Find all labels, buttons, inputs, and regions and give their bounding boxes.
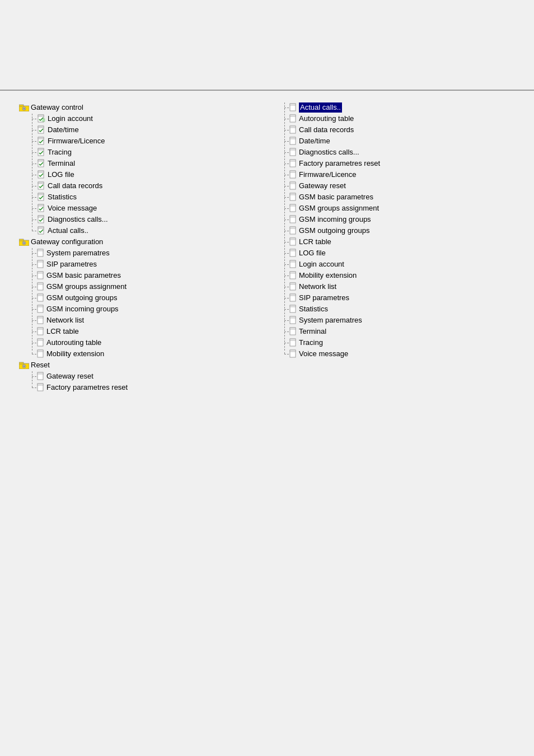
gsm-basic-label: GSM basic parametres — [46, 270, 121, 281]
terminal-label: Terminal — [48, 158, 75, 169]
connector-icon — [280, 248, 289, 258]
tree-item-call-data-records[interactable]: Call data records — [17, 180, 256, 192]
tracing-label: Tracing — [48, 147, 72, 157]
list-item-log-file[interactable]: LOG file — [278, 248, 517, 259]
connector-icon — [28, 371, 37, 381]
autorouting-table-list-label: Autorouting table — [299, 114, 354, 124]
factory-reset-label: Factory parametres reset — [46, 382, 128, 393]
list-item-gsm-groups-assignment[interactable]: GSM groups assignment — [278, 203, 517, 214]
gsm-outgoing-groups-list-label: GSM outgoing groups — [299, 226, 369, 236]
checked-doc-icon — [37, 114, 46, 123]
list-item-lcr-table[interactable]: LCR table — [278, 236, 517, 248]
tree-item-login-account[interactable]: Login account — [17, 113, 256, 124]
list-item-voice-message[interactable]: Voice message — [278, 348, 517, 360]
connector-icon — [28, 315, 37, 325]
tree-item-sip-parametres[interactable]: SIP parametres — [17, 259, 256, 270]
doc-icon — [289, 327, 297, 336]
list-item-gsm-outgoing-groups[interactable]: GSM outgoing groups — [278, 225, 517, 236]
tree-item-log-file[interactable]: LOG file — [17, 169, 256, 180]
main-content: Gateway control Login account — [0, 91, 534, 404]
tree-item-terminal[interactable]: Terminal — [17, 158, 256, 169]
list-item-sip-parametres[interactable]: SIP parametres — [278, 292, 517, 304]
log-file-label: LOG file — [48, 170, 74, 180]
list-item-firmware[interactable]: Firmware/Licence — [278, 169, 517, 180]
tree-item-reset[interactable]: Reset — [17, 360, 256, 371]
gateway-config-label: Gateway configuration — [31, 237, 103, 247]
svg-rect-60 — [290, 104, 296, 105]
list-item-system-parematres[interactable]: System parematres — [278, 315, 517, 326]
tree-item-network-list[interactable]: Network list — [17, 315, 256, 326]
checked-doc-icon — [37, 181, 46, 190]
list-item-terminal[interactable]: Terminal — [278, 326, 517, 337]
connector-icon — [28, 170, 37, 180]
sip-parametres-label: SIP parametres — [46, 259, 97, 269]
svg-rect-96 — [290, 305, 296, 307]
checked-doc-icon — [37, 125, 46, 134]
tree-item-gateway-config[interactable]: Gateway configuration — [17, 236, 256, 248]
tree-item-mobility-extension[interactable]: Mobility extension — [17, 348, 256, 360]
tree-item-gsm-groups-assignment[interactable]: GSM groups assignment — [17, 281, 256, 292]
list-item-call-data-records[interactable]: Call data records — [278, 124, 517, 136]
tree-item-tracing[interactable]: Tracing — [17, 147, 256, 158]
connector-icon — [28, 382, 37, 393]
list-item-tracing[interactable]: Tracing — [278, 337, 517, 348]
list-item-actual-calls[interactable]: Actual calls.. — [278, 102, 517, 113]
checked-doc-icon — [37, 215, 46, 224]
tree-item-firmware[interactable]: Firmware/Licence — [17, 136, 256, 147]
autorouting-table-label: Autorouting table — [46, 338, 101, 348]
svg-rect-84 — [290, 238, 296, 240]
tree-item-gateway-control[interactable]: Gateway control — [17, 102, 256, 113]
list-item-network-list[interactable]: Network list — [278, 281, 517, 292]
svg-rect-42 — [38, 305, 43, 307]
doc-icon — [289, 204, 297, 213]
list-item-login-account[interactable]: Login account — [278, 259, 517, 270]
network-list-list-label: Network list — [299, 282, 336, 292]
list-item-diagnostics-calls[interactable]: Diagnostics calls... — [278, 147, 517, 158]
datetime-list-label: Date/time — [299, 136, 330, 146]
tree-item-datetime[interactable]: Date/time — [17, 124, 256, 136]
tree-item-voice-message[interactable]: Voice message — [17, 203, 256, 214]
connector-icon — [280, 226, 289, 236]
svg-rect-72 — [290, 171, 296, 172]
tree-item-autorouting-table[interactable]: Autorouting table — [17, 337, 256, 348]
doc-icon — [289, 114, 297, 123]
checked-doc-icon — [37, 204, 46, 213]
tree-panel: Gateway control Login account — [17, 102, 256, 393]
list-item-autorouting-table[interactable]: Autorouting table — [278, 113, 517, 124]
svg-rect-68 — [290, 148, 296, 150]
tree-item-lcr-table[interactable]: LCR table — [17, 326, 256, 337]
list-item-mobility-extension[interactable]: Mobility extension — [278, 270, 517, 281]
tree-item-actual-calls[interactable]: Actual calls.. — [17, 225, 256, 236]
list-item-factory-reset[interactable]: Factory parametres reset — [278, 158, 517, 169]
connector-icon — [280, 270, 289, 281]
tree-item-factory-reset[interactable]: Factory parametres reset — [17, 382, 256, 393]
connector-icon — [280, 181, 289, 191]
doc-icon — [289, 260, 297, 269]
tree-item-gsm-incoming-groups[interactable]: GSM incoming groups — [17, 304, 256, 315]
tree-item-statistics[interactable]: Statistics — [17, 192, 256, 203]
doc-icon — [289, 237, 297, 246]
list-item-gateway-reset[interactable]: Gateway reset — [278, 180, 517, 192]
factory-reset-list-label: Factory parametres reset — [299, 158, 380, 169]
tree-item-system-parematres[interactable]: System parematres — [17, 248, 256, 259]
doc-icon — [289, 125, 297, 134]
svg-rect-46 — [38, 328, 43, 329]
list-item-gsm-incoming-groups[interactable]: GSM incoming groups — [278, 214, 517, 225]
tree-item-gsm-basic[interactable]: GSM basic parametres — [17, 270, 256, 281]
connector-icon — [28, 136, 37, 146]
doc-icon — [289, 316, 297, 325]
lcr-table-label: LCR table — [46, 326, 79, 337]
tree-item-diagnostics-calls[interactable]: Diagnostics calls... — [17, 214, 256, 225]
connector-icon — [280, 315, 289, 325]
tree-item-gsm-outgoing-groups[interactable]: GSM outgoing groups — [17, 292, 256, 304]
list-item-gsm-basic[interactable]: GSM basic parametres — [278, 192, 517, 203]
checked-doc-icon — [37, 226, 46, 235]
svg-rect-48 — [38, 339, 43, 340]
svg-rect-22 — [38, 204, 44, 206]
tree-item-gateway-reset[interactable]: Gateway reset — [17, 371, 256, 382]
list-item-statistics[interactable]: Statistics — [278, 304, 517, 315]
connector-icon — [28, 125, 37, 135]
gateway-reset-label: Gateway reset — [46, 371, 93, 381]
doc-icon — [289, 226, 297, 235]
list-item-datetime[interactable]: Date/time — [278, 136, 517, 147]
